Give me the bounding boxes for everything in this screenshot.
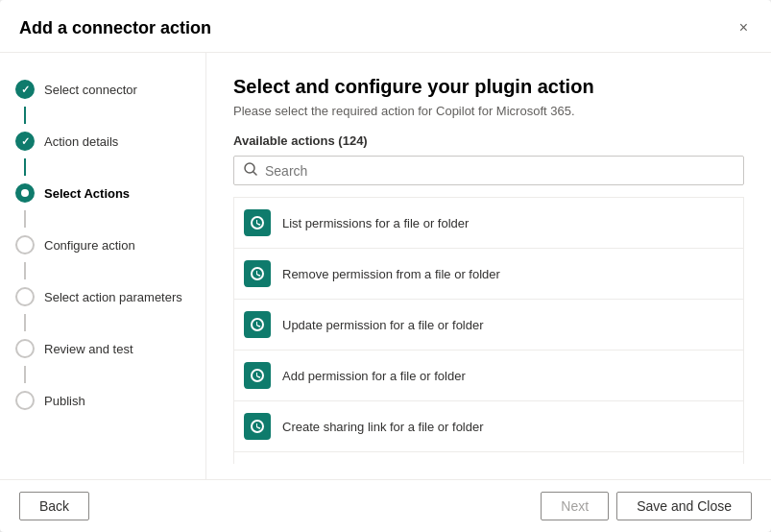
sidebar-item-select-actions[interactable]: Select Actions	[0, 176, 205, 210]
sidebar-item-select-action-parameters[interactable]: Select action parameters	[0, 279, 205, 314]
action-icon	[244, 362, 271, 389]
sidebar: Select connector Action details Select A…	[0, 53, 206, 479]
main-content: Select and configure your plugin action …	[206, 53, 771, 479]
action-icon	[244, 413, 271, 440]
main-title: Select and configure your plugin action	[233, 76, 744, 98]
step-connector-5	[24, 314, 26, 331]
dialog-footer: Back Next Save and Close	[0, 479, 771, 532]
action-label: Create sharing link for a file or folder	[282, 420, 484, 434]
step-connector-3	[24, 210, 26, 228]
search-icon	[244, 162, 257, 179]
main-subtitle: Please select the required action for Co…	[233, 104, 744, 118]
footer-left: Back	[19, 492, 89, 520]
next-button[interactable]: Next	[541, 492, 609, 520]
save-close-button[interactable]: Save and Close	[616, 492, 752, 520]
action-label: Remove permission from a file or folder	[282, 267, 500, 281]
step-label-review-and-test: Review and test	[44, 342, 133, 356]
step-circle-select-actions	[15, 183, 35, 203]
step-label-select-actions: Select Actions	[44, 186, 130, 201]
sidebar-item-configure-action[interactable]: Configure action	[0, 228, 205, 262]
action-item[interactable]: Add permission for a file or folder	[233, 351, 744, 401]
section-header: Available actions (124)	[233, 133, 744, 148]
search-box	[233, 156, 744, 185]
step-label-select-action-parameters: Select action parameters	[44, 290, 182, 304]
action-icon	[244, 260, 271, 287]
step-connector-4	[24, 262, 26, 279]
action-item[interactable]: List permissions for a file or folder	[233, 197, 744, 249]
step-label-configure-action: Configure action	[44, 238, 135, 253]
dialog-body: Select connector Action details Select A…	[0, 53, 771, 479]
sidebar-item-publish[interactable]: Publish	[0, 383, 205, 418]
add-connector-action-dialog: Add a connector action × Select connecto…	[0, 0, 771, 532]
step-circle-publish	[15, 391, 35, 410]
step-connector-2	[24, 158, 26, 176]
search-input[interactable]	[265, 163, 734, 179]
step-circle-select-connector	[15, 80, 35, 99]
step-circle-review-and-test	[15, 339, 35, 358]
action-item[interactable]: Remove permission from a file or folder	[233, 249, 744, 300]
action-label: Add permission for a file or folder	[282, 369, 466, 383]
step-circle-configure-action	[15, 235, 35, 254]
action-label: Update permission for a file or folder	[282, 318, 484, 332]
step-connector-1	[24, 107, 26, 124]
svg-line-1	[253, 172, 256, 175]
step-circle-select-action-parameters	[15, 287, 35, 306]
step-connector-6	[24, 366, 26, 383]
action-icon	[244, 209, 271, 236]
footer-right: Next Save and Close	[541, 492, 752, 520]
dialog-header: Add a connector action ×	[0, 0, 771, 53]
step-circle-action-details	[15, 132, 35, 151]
sidebar-item-action-details[interactable]: Action details	[0, 124, 205, 158]
action-item[interactable]: Update permission for a file or folder	[233, 300, 744, 351]
action-label: List permissions for a file or folder	[282, 216, 469, 230]
close-button[interactable]: ×	[735, 15, 752, 40]
step-label-select-connector: Select connector	[44, 83, 137, 97]
sidebar-item-review-and-test[interactable]: Review and test	[0, 331, 205, 366]
sidebar-item-select-connector[interactable]: Select connector	[0, 72, 205, 107]
step-label-publish: Publish	[44, 394, 85, 408]
dialog-title: Add a connector action	[19, 18, 211, 38]
back-button[interactable]: Back	[19, 492, 89, 520]
action-icon	[244, 311, 271, 338]
action-item[interactable]: Render item attachment thumbnail, with k…	[233, 452, 744, 464]
actions-list: List permissions for a file or folder Re…	[233, 197, 744, 464]
step-label-action-details: Action details	[44, 134, 118, 149]
action-item[interactable]: Create sharing link for a file or folder	[233, 401, 744, 452]
